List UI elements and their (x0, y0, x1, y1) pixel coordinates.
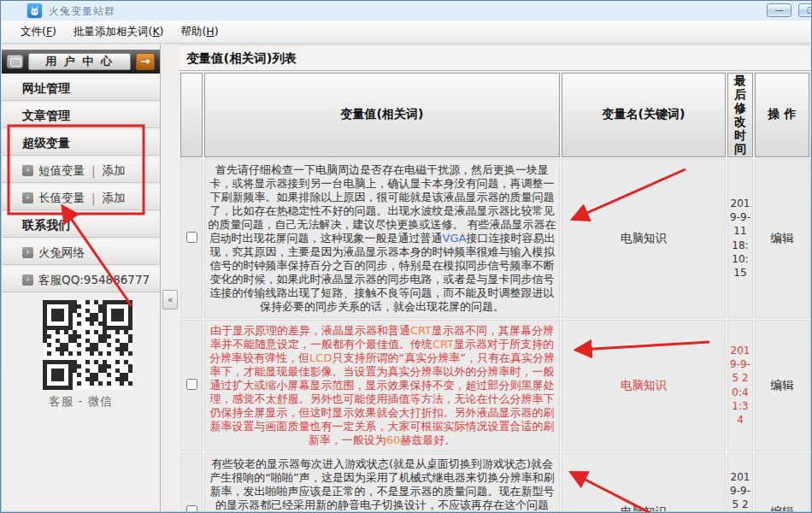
app-body: 用 户 中 心 → 网址管理文章管理超级变量›短值变量|添加›长值变量|添加联系… (2, 44, 810, 511)
highlighted-term: 60 (386, 433, 401, 446)
sidebar-section-联系我们[interactable]: 联系我们 (2, 213, 160, 238)
sidebar-section-label: 文章管理 (22, 109, 70, 124)
sidebar-item-客服QQ:954886777[interactable]: ›客服QQ:954886777 (2, 268, 160, 292)
checkbox-cell (180, 159, 203, 318)
sidebar-item-label: 短值变量 (38, 163, 85, 179)
modified-time-cell: 2019-9-11 18:10:15 (727, 159, 753, 318)
table-row: 有些较老的显示器每次进入游戏状态(就是从桌面切换到游戏状态)就会产生很响的“啪啪… (180, 453, 809, 511)
chevron-right-icon: › (22, 274, 33, 286)
edit-link[interactable]: 编辑 (771, 504, 794, 511)
sidebar-section-label: 联系我们 (22, 218, 70, 233)
maximize-button[interactable]: □ (798, 3, 812, 17)
title-bar[interactable]: 火兔变量站群 — □ (1, 1, 811, 21)
header-time: 最后修改时间 (727, 73, 753, 157)
qr-caption: 客服 - 微信 (2, 394, 160, 410)
highlighted-term: CRT (432, 338, 454, 351)
header-action: 操 作 (755, 73, 809, 157)
table-row: 首先请仔细检查一下电脑周边是否存在电磁干扰源，然后更换一块显卡，或将显示器接到另… (180, 159, 809, 318)
add-link[interactable]: 添加 (103, 191, 126, 206)
highlighted-term: CRT (410, 324, 432, 337)
chevron-right-icon: › (22, 165, 33, 176)
sidebar-item-短值变量[interactable]: ›短值变量|添加 (2, 158, 160, 183)
variable-value-cell: 由于显示原理的差异，液晶显示器和普通CRT显示器不同，其屏幕分辨率并不能随意设定… (204, 320, 560, 451)
header-checkbox-col (180, 73, 203, 157)
modified-time-cell: 2019-9-5 20:41:34 (727, 320, 753, 451)
go-arrow-button[interactable]: → (136, 53, 155, 70)
edit-link[interactable]: 编辑 (771, 378, 794, 392)
sidebar: 用 户 中 心 → 网址管理文章管理超级变量›短值变量|添加›长值变量|添加联系… (2, 44, 160, 511)
panel-toggle-button[interactable] (7, 55, 23, 68)
chevron-right-icon: › (22, 192, 33, 203)
row-checkbox[interactable] (186, 232, 197, 243)
row-checkbox[interactable] (186, 379, 197, 390)
app-logo-rabbit-icon (27, 3, 42, 18)
sidebar-item-火兔网络[interactable]: ›火兔网络 (2, 240, 160, 265)
sidebar-item-label: 火兔网络 (38, 245, 85, 261)
sidebar-item-label: 长值变量 (38, 191, 85, 206)
menu-item[interactable]: 文件(F) (12, 21, 65, 43)
menu-bar: 文件(F)批量添加相关词(K)帮助(H) (2, 21, 810, 44)
action-cell: 编辑 (755, 159, 809, 318)
checkbox-cell (180, 453, 203, 511)
window-controls: — □ (767, 3, 812, 17)
page-title: 变量值(相关词)列表 (179, 44, 810, 71)
sidebar-section-网址管理[interactable]: 网址管理 (2, 76, 160, 101)
highlighted-term: LCD (309, 351, 332, 364)
menu-item[interactable]: 帮助(H) (172, 21, 227, 43)
highlighted-term: VGA (443, 232, 467, 245)
variable-name-cell: 电脑知识 (562, 453, 726, 511)
header-name: 变量名(关键词) (562, 73, 726, 157)
minimize-button[interactable]: — (767, 3, 791, 17)
sidebar-item-label: 客服QQ:954886777 (38, 273, 150, 288)
sidebar-item-长值变量[interactable]: ›长值变量|添加 (2, 186, 160, 210)
variable-value-cell: 首先请仔细检查一下电脑周边是否存在电磁干扰源，然后更换一块显卡，或将显示器接到另… (204, 159, 560, 318)
variable-name-cell: 电脑知识 (562, 320, 726, 451)
variable-value-cell: 有些较老的显示器每次进入游戏状态(就是从桌面切换到游戏状态)就会产生很响的“啪啪… (204, 453, 560, 511)
menu-item[interactable]: 批量添加相关词(K) (65, 21, 172, 43)
modified-time-cell: 2019-9-5 20:40:43 (727, 453, 753, 511)
collapse-sidebar-button[interactable]: « (162, 290, 178, 310)
variable-name-cell: 电脑知识 (562, 159, 726, 318)
sidebar-section-文章管理[interactable]: 文章管理 (2, 103, 160, 128)
action-cell: 编辑 (755, 320, 809, 451)
sidebar-section-label: 网址管理 (22, 81, 70, 97)
header-value: 变量值(相关词) (204, 73, 560, 157)
edit-link[interactable]: 编辑 (771, 231, 794, 245)
app-window: 火兔变量站群 — □ 文件(F)批量添加相关词(K)帮助(H) 用 户 中 心 … (0, 0, 812, 513)
user-center-button[interactable]: 用 户 中 心 (28, 53, 131, 70)
action-cell: 编辑 (755, 453, 809, 511)
row-checkbox[interactable] (186, 505, 197, 511)
sidebar-top-bar: 用 户 中 心 → (2, 50, 160, 74)
sidebar-nav: 网址管理文章管理超级变量›短值变量|添加›长值变量|添加联系我们›火兔网络›客服… (2, 76, 160, 292)
sidebar-section-超级变量[interactable]: 超级变量 (2, 131, 160, 156)
sidebar-section-label: 超级变量 (22, 136, 70, 151)
add-link[interactable]: 添加 (103, 163, 126, 179)
separator: | (91, 164, 96, 178)
qr-code (43, 300, 132, 390)
table-row: 由于显示原理的差异，液晶显示器和普通CRT显示器不同，其屏幕分辨率并不能随意设定… (180, 320, 809, 451)
separator: | (91, 192, 96, 205)
variable-table: 变量值(相关词) 变量名(关键词) 最后修改时间 操 作 首先请仔细检查一下电脑… (179, 71, 810, 511)
checkbox-cell (180, 320, 203, 451)
window-title: 火兔变量站群 (49, 4, 115, 19)
sidebar-splitter: « (160, 44, 179, 511)
chevron-right-icon: › (22, 247, 33, 258)
main-content: 变量值(相关词)列表 变量值(相关词) 变量名(关键词) 最后修改时间 操 作 … (179, 44, 810, 511)
